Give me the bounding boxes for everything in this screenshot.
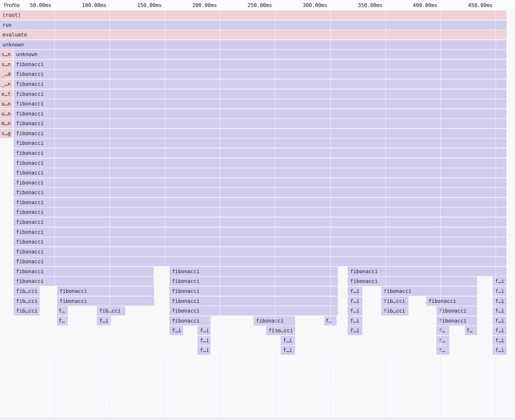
flame-segment[interactable]: fibonacci <box>14 89 506 99</box>
flame-segment[interactable]: f…i <box>281 346 295 355</box>
flame-segment[interactable]: fibonacci <box>14 257 506 266</box>
flame-segment[interactable]: f… <box>436 346 449 355</box>
flame-segment[interactable]: run <box>0 20 506 30</box>
flame-segment[interactable]: fibonacci <box>14 267 154 276</box>
profile-title: Profile <box>4 0 20 10</box>
flame-segment[interactable]: f…i <box>493 316 506 325</box>
flame-segment[interactable]: fibonacci <box>169 297 338 306</box>
flame-segment[interactable]: u…n <box>0 99 13 108</box>
flame-segment[interactable]: f…i <box>281 336 295 345</box>
flame-segment[interactable]: u…n <box>0 109 13 118</box>
flame-segment[interactable]: fibonacci <box>14 228 506 237</box>
flame-segment[interactable]: fib…cci <box>14 297 40 306</box>
flame-segment[interactable]: f…i <box>493 336 506 345</box>
flame-segment[interactable]: fib…cci <box>14 306 40 315</box>
flame-segment[interactable]: unknown <box>14 50 506 59</box>
ruler-tick-label: 450.00ms <box>468 0 493 10</box>
flame-segment[interactable]: fibonacci <box>14 198 506 207</box>
ruler-tick-label: 150.00ms <box>137 0 162 10</box>
gridline-overlay <box>385 10 386 355</box>
flame-segment[interactable]: f…i <box>197 326 211 335</box>
flame-segment[interactable]: fibonacci <box>14 99 506 108</box>
flame-segment[interactable]: f… <box>465 326 477 335</box>
flame-segment[interactable]: f… <box>436 336 449 345</box>
flame-segment[interactable]: fibonacci <box>14 60 506 69</box>
flame-segment[interactable]: f…i <box>493 287 506 296</box>
flame-segment[interactable]: fibonacci <box>14 218 506 227</box>
flame-segment[interactable]: f…i <box>493 346 506 355</box>
flame-segment[interactable]: fibonacci <box>381 287 477 296</box>
flame-segment[interactable]: fibonacci <box>14 277 154 286</box>
flame-segment[interactable]: fibo…cci <box>266 326 295 335</box>
gridline-overlay <box>220 10 220 355</box>
flame-segment[interactable]: fibonacci <box>14 178 506 187</box>
flame-segment[interactable]: fibonacci <box>348 277 477 286</box>
flame-segment[interactable]: fibonacci <box>169 277 338 286</box>
flame-segment[interactable]: f…i <box>97 316 111 325</box>
flame-segment[interactable]: fibonacci <box>14 168 506 177</box>
flame-segment[interactable]: f…i <box>197 346 211 355</box>
flame-segment[interactable]: m…n <box>0 119 13 128</box>
gridline-overlay <box>54 10 55 355</box>
flame-chart: (root)runevaluateunknowns…nunknowns…nfib… <box>0 0 515 420</box>
gridline-overlay <box>165 10 165 355</box>
flame-segment[interactable]: fib…cci <box>14 287 40 296</box>
ruler-tick-label: 300.00ms <box>303 0 327 10</box>
flame-segment[interactable]: fibonacci <box>169 287 338 296</box>
flame-segment[interactable]: e…t <box>0 89 13 99</box>
flame-segment[interactable]: fibonacci <box>14 70 506 79</box>
flame-segment[interactable]: s…g <box>0 129 13 138</box>
flame-segment[interactable]: s…n <box>0 60 13 69</box>
flame-segment[interactable]: fibonacci <box>14 79 506 89</box>
flame-segment[interactable]: unknown <box>0 40 506 49</box>
gridline-overlay <box>330 10 331 355</box>
flame-segment[interactable]: evaluate <box>0 30 506 39</box>
gridline-overlay <box>109 10 110 355</box>
flame-segment[interactable]: f…i <box>169 326 183 335</box>
ruler-tick-label: 350.00ms <box>358 0 382 10</box>
flame-segment[interactable]: fibonacci <box>436 306 477 315</box>
flame-segment[interactable]: fibonacci <box>14 208 506 217</box>
flame-segment[interactable]: _…d <box>0 70 13 79</box>
flame-segment[interactable]: fibonacci <box>14 158 506 168</box>
flame-segment[interactable]: f…i <box>348 287 362 296</box>
flame-segment[interactable]: f…i <box>493 326 506 335</box>
flame-segment[interactable]: fibonacci <box>348 267 506 276</box>
flame-segment[interactable]: fib…cci <box>97 306 125 315</box>
flame-segment[interactable]: fibonacci <box>14 149 506 158</box>
flame-segment[interactable]: fibonacci <box>14 237 506 246</box>
flame-segment[interactable]: f… <box>57 306 68 315</box>
flame-segment[interactable]: fibonacci <box>57 287 154 296</box>
flame-segment[interactable]: s…n <box>0 50 13 59</box>
flame-segment[interactable]: f…i <box>197 336 211 345</box>
flame-segment[interactable]: (root) <box>0 10 506 20</box>
flame-segment[interactable]: fibonacci <box>14 129 506 138</box>
flame-segment[interactable]: f…i <box>348 316 362 325</box>
flame-segment[interactable]: fibonacci <box>14 109 506 118</box>
flame-segment[interactable]: f…i <box>493 297 506 306</box>
flame-segment[interactable]: fibonacci <box>14 119 506 128</box>
ruler-tick-label: 200.00ms <box>192 0 217 10</box>
flame-segment[interactable]: f…i <box>348 297 362 306</box>
flame-segment[interactable]: _…n <box>0 79 13 89</box>
flame-segment[interactable]: fibonacci <box>14 247 506 256</box>
flame-segment[interactable]: fibonacci <box>254 316 295 325</box>
flame-segment[interactable]: f… <box>57 316 68 325</box>
flame-segment[interactable]: fibonacci <box>169 306 338 315</box>
flame-segment[interactable]: f…i <box>493 306 506 315</box>
flame-segment[interactable]: fibonacci <box>57 297 154 306</box>
flame-segment[interactable]: f… <box>436 326 449 335</box>
ruler-tick-label: 250.00ms <box>248 0 272 10</box>
flame-segment[interactable]: f…i <box>348 306 362 315</box>
flame-segment[interactable]: fibonacci <box>14 139 506 148</box>
flame-segment[interactable]: f…i <box>493 277 506 286</box>
flame-segment[interactable]: f…i <box>348 326 362 335</box>
ruler-tick-label: 400.00ms <box>413 0 437 10</box>
time-ruler: Profile 50.00ms100.00ms150.00ms200.00ms2… <box>0 0 515 10</box>
flame-segment[interactable]: fibonacci <box>169 316 211 325</box>
flame-segment[interactable]: fibonacci <box>14 188 506 197</box>
flame-segment[interactable]: fibonacci <box>426 297 477 306</box>
flame-segment[interactable]: fibonacci <box>169 267 338 276</box>
bottom-border <box>0 418 515 419</box>
flame-segment[interactable]: fibonacci <box>436 316 477 325</box>
